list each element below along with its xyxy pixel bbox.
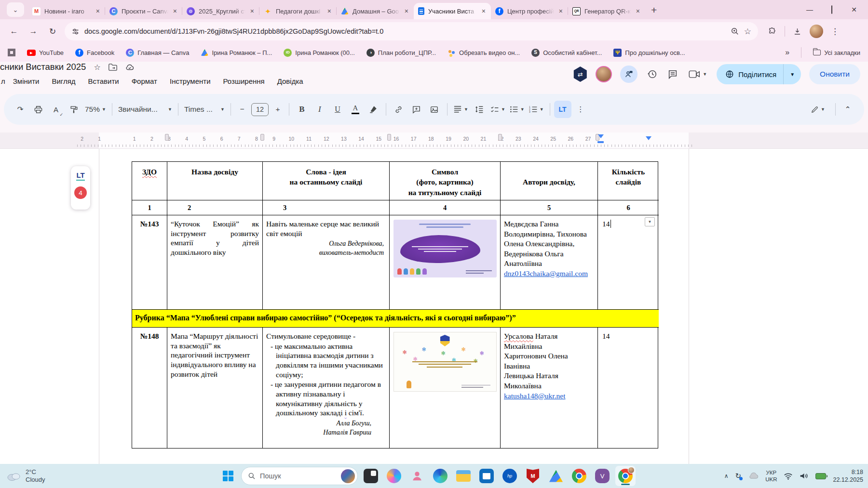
row143-title[interactable]: “Куточок Емоцій” як інструмент розвитку … <box>167 215 263 310</box>
row143-email-link[interactable]: dnz0143chaika@gmail.com <box>504 269 588 277</box>
url-field[interactable]: docs.google.com/document/d/1J13Fvn-26gji… <box>65 22 758 40</box>
menu-tools[interactable]: Інструменти <box>164 75 217 87</box>
minimize-button[interactable]: — <box>799 6 821 13</box>
bookmark-cabinet[interactable]: SОсобистий кабінет... <box>531 49 602 57</box>
extension-badge-icon[interactable]: ⇄ <box>573 66 587 82</box>
row148-title[interactable]: Мапа “Маршрут діяльності та взаємодії” я… <box>167 328 263 448</box>
row143-symbol-cell[interactable] <box>390 215 501 310</box>
font-size-field[interactable]: 12 <box>251 103 269 116</box>
tab-round-table[interactable]: ◍ 2025_Круглий ст × <box>182 3 259 19</box>
zoom-select[interactable]: 75%▼ <box>83 101 108 118</box>
bookmark-canva[interactable]: CГлавная — Canva <box>126 49 189 57</box>
chrome-button[interactable] <box>569 466 589 486</box>
close-icon[interactable]: × <box>404 7 409 15</box>
italic-button[interactable]: I <box>311 101 328 118</box>
paint-format-button[interactable] <box>65 101 82 118</box>
close-icon[interactable]: × <box>635 7 641 15</box>
menu-view[interactable]: Вигляд <box>46 75 81 87</box>
menu-help[interactable]: Довідка <box>271 75 309 87</box>
table-header-slides[interactable]: Кількість слайдів <box>598 162 659 200</box>
document-status-cloud-icon[interactable] <box>125 64 135 71</box>
comments-icon[interactable] <box>666 68 679 80</box>
menu-insert[interactable]: Вставити <box>82 75 125 87</box>
tab-drive-home[interactable]: Домашня – Goo × <box>337 3 414 19</box>
row148-symbol-cell[interactable]: ✻ ✻ ✻ ✻ ✻ ✻ ✻ ✻ <box>390 328 501 448</box>
close-icon[interactable]: × <box>558 7 564 15</box>
slide-thumbnail-143[interactable] <box>393 220 497 277</box>
version-history-icon[interactable] <box>646 68 658 80</box>
redo-button[interactable]: ↷ <box>12 101 29 118</box>
tab-facebook-center[interactable]: f Центр професій × <box>491 3 568 19</box>
copilot-button[interactable] <box>384 466 404 486</box>
table-header-words[interactable]: Слова - ідея на останньому слайді <box>263 162 390 200</box>
taskbar-clock[interactable]: 8:18 22.12.2025 <box>833 468 863 484</box>
bing-daily-image[interactable] <box>341 469 355 483</box>
languagetool-widget[interactable]: LT 4 <box>71 166 90 210</box>
menu-extensions[interactable]: Розширення <box>217 75 271 87</box>
hide-menus-button[interactable]: ⌃ <box>839 101 856 118</box>
line-spacing-button[interactable] <box>471 101 488 118</box>
rubric-row[interactable]: Рубрика “Мапа “Улюблені справи вибираю с… <box>132 310 659 328</box>
chrome-profile-button-active[interactable] <box>615 466 636 486</box>
col-number[interactable]: 6 <box>598 200 659 215</box>
bookmark-video-trim[interactable]: Обрезать видео он... <box>448 49 520 57</box>
bold-button[interactable]: B <box>293 101 311 118</box>
new-tab-button[interactable]: + <box>651 5 657 15</box>
update-button[interactable]: Оновити <box>809 64 860 84</box>
table-dropdown-button[interactable]: ▼ <box>645 217 655 226</box>
fast-collaboration-icon[interactable] <box>620 66 637 83</box>
battery-icon[interactable] <box>815 473 826 479</box>
task-view-button[interactable] <box>361 466 381 486</box>
tab-pedagogy[interactable]: ✦ Педагоги дошкі × <box>259 3 337 19</box>
apps-grid-icon[interactable] <box>8 49 15 56</box>
slide-thumbnail-148[interactable]: ✻ ✻ ✻ ✻ ✻ ✻ ✻ ✻ <box>393 332 497 392</box>
column-marker[interactable] <box>498 134 502 141</box>
col-number[interactable]: 1 <box>132 200 167 215</box>
row143-number[interactable]: №143 <box>132 215 167 310</box>
bookmarks-overflow-button[interactable]: » <box>785 48 789 57</box>
maximize-button[interactable] <box>821 6 843 13</box>
col-number[interactable]: 5 <box>501 200 598 215</box>
language-indicator[interactable]: УКР UKR <box>765 469 777 483</box>
edge-button[interactable] <box>430 466 450 486</box>
hp-button[interactable]: hp <box>500 466 520 486</box>
add-comment-button[interactable] <box>408 101 425 118</box>
browser-menu-icon[interactable]: ⋮ <box>831 26 839 37</box>
share-dropdown[interactable]: ▼ <box>783 64 801 84</box>
document-canvas[interactable]: LT 4 ЗДО Назва досвіду Слова - ідея на о… <box>0 149 868 464</box>
increase-font-button[interactable]: + <box>271 101 285 118</box>
table-header-name[interactable]: Назва досвіду <box>167 162 263 200</box>
editing-mode-button[interactable]: ▼ <box>804 101 832 118</box>
file-explorer-button[interactable] <box>453 466 474 486</box>
bookmark-id[interactable]: iDІрина Романюк (00... <box>284 49 354 57</box>
weather-widget[interactable]: 2°C Cloudy <box>6 468 45 484</box>
all-bookmarks-button[interactable]: Усі закладки <box>813 49 860 56</box>
close-window-button[interactable]: ✕ <box>843 6 865 13</box>
meet-camera-button[interactable]: ▼ <box>687 68 708 80</box>
align-button[interactable]: ▼ <box>451 101 470 118</box>
tab-active-participants[interactable]: Учасники Виста × <box>414 3 491 19</box>
tab-search-button[interactable]: ⌄ <box>7 2 24 17</box>
volume-icon[interactable] <box>800 472 809 480</box>
bulleted-list-button[interactable]: ▼ <box>508 101 527 118</box>
close-icon[interactable]: × <box>326 7 332 15</box>
table-header-zdo[interactable]: ЗДО <box>132 162 167 200</box>
bookmark-plan[interactable]: ◑План роботи_ЦПР... <box>366 49 436 57</box>
drive-button[interactable] <box>546 466 566 486</box>
font-select[interactable]: Times ...▼ <box>182 101 227 118</box>
sync-icon[interactable]: ↻ <box>735 472 742 480</box>
languagetool-button[interactable]: LT <box>554 101 571 118</box>
row148-idea[interactable]: Стимульоване середовище - - це максималь… <box>263 328 390 448</box>
decrease-font-button[interactable]: − <box>235 101 249 118</box>
close-icon[interactable]: × <box>95 7 101 15</box>
insert-link-button[interactable] <box>390 101 407 118</box>
ms-store-button[interactable] <box>476 466 497 486</box>
reload-button[interactable]: ↻ <box>43 23 62 40</box>
col-number[interactable]: 3 <box>263 200 390 215</box>
column-marker[interactable] <box>387 134 391 141</box>
styles-select[interactable]: Звичайни...▼ <box>116 101 174 118</box>
col-number[interactable]: 4 <box>390 200 501 215</box>
tab-gmail-news[interactable]: M Новини - iraro × <box>28 3 105 19</box>
forward-button[interactable]: → <box>24 23 42 40</box>
wifi-icon[interactable] <box>784 473 793 480</box>
